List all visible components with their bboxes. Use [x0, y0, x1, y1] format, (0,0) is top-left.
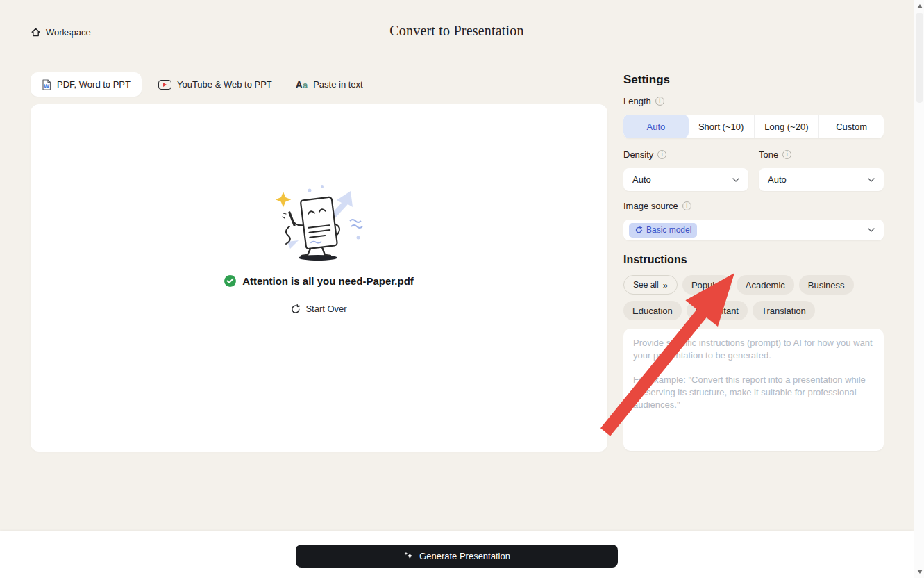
image-source-info-icon[interactable]: i — [682, 201, 691, 210]
uploaded-file-name: Attention is all you need-Paper.pdf — [242, 275, 414, 287]
scrollbar-up-arrow-icon[interactable] — [917, 4, 923, 8]
instruction-chips-row-1: See all » Popular Academic Business — [623, 275, 884, 295]
instruction-chips-row-2: Education Consultant Translation — [623, 301, 884, 320]
tone-value: Auto — [768, 174, 787, 185]
scrollbar-down-arrow-icon[interactable] — [917, 570, 923, 574]
tab-label: YouTube & Web to PPT — [177, 79, 272, 90]
uploaded-file-row: Attention is all you need-Paper.pdf — [224, 275, 414, 287]
image-source-select[interactable]: Basic model — [623, 220, 884, 240]
scrollbar-track[interactable] — [914, 0, 924, 578]
tab-paste-in-text[interactable]: Aa Paste in text — [289, 72, 370, 97]
image-source-value: Basic model — [646, 225, 691, 235]
chip-education[interactable]: Education — [623, 301, 682, 320]
settings-panel: Settings Length i Auto Short (~10) Long … — [623, 73, 884, 454]
tab-youtube-web-to-ppt[interactable]: YouTube & Web to PPT — [151, 72, 279, 97]
source-tabbar: W PDF, Word to PPT YouTube & Web to PPT … — [31, 72, 370, 97]
tab-label: PDF, Word to PPT — [57, 79, 131, 90]
instructions-input[interactable] — [623, 329, 884, 451]
chevron-down-icon — [732, 178, 739, 182]
start-over-button[interactable]: Start Over — [291, 304, 346, 314]
text-aa-icon: Aa — [296, 79, 308, 90]
svg-text:W: W — [44, 82, 50, 89]
start-over-label: Start Over — [305, 304, 346, 314]
density-value: Auto — [632, 174, 651, 185]
chevron-down-icon — [868, 228, 875, 232]
see-all-button[interactable]: See all » — [623, 275, 678, 295]
length-option-short[interactable]: Short (~10) — [689, 115, 754, 138]
restart-icon — [291, 304, 301, 314]
length-info-icon[interactable]: i — [655, 97, 664, 106]
image-source-label-row: Image source i — [623, 201, 884, 211]
chevron-down-icon — [868, 178, 875, 182]
chip-academic[interactable]: Academic — [737, 275, 794, 295]
length-segmented-control: Auto Short (~10) Long (~20) Custom — [623, 115, 884, 138]
chip-business[interactable]: Business — [799, 275, 854, 295]
upload-card: Attention is all you need-Paper.pdf Star… — [31, 104, 607, 452]
length-label-row: Length i — [623, 96, 884, 106]
regenerate-image-icon — [635, 226, 643, 234]
youtube-icon — [158, 80, 171, 90]
success-check-icon — [224, 275, 236, 287]
chip-consultant[interactable]: Consultant — [687, 301, 748, 320]
tab-pdf-word-to-ppt[interactable]: W PDF, Word to PPT — [31, 72, 142, 97]
double-chevron-right-icon: » — [663, 280, 668, 290]
basic-model-pill: Basic model — [629, 223, 697, 238]
tone-info-icon[interactable]: i — [782, 150, 791, 159]
page-title: Convert to Presentation — [0, 23, 914, 39]
sparkles-icon — [403, 551, 414, 561]
density-select[interactable]: Auto — [623, 168, 748, 191]
tab-label: Paste in text — [313, 79, 363, 90]
density-label-row: Density i — [623, 149, 748, 160]
chip-translation[interactable]: Translation — [753, 301, 815, 320]
tone-select[interactable]: Auto — [759, 168, 884, 191]
scrollbar-thumb[interactable] — [916, 13, 923, 103]
generate-label: Generate Presentation — [419, 551, 510, 561]
tone-label-row: Tone i — [759, 149, 884, 160]
length-option-auto[interactable]: Auto — [623, 115, 689, 138]
density-info-icon[interactable]: i — [657, 150, 666, 159]
paper-character-illustration — [267, 182, 372, 261]
generate-presentation-button[interactable]: Generate Presentation — [296, 545, 618, 568]
footer-bar: Generate Presentation — [0, 531, 914, 578]
instructions-heading: Instructions — [623, 254, 884, 266]
chip-popular[interactable]: Popular — [682, 275, 732, 295]
settings-heading: Settings — [623, 73, 884, 87]
length-option-long[interactable]: Long (~20) — [754, 115, 819, 138]
length-option-custom[interactable]: Custom — [818, 115, 884, 138]
word-doc-icon: W — [42, 79, 51, 90]
